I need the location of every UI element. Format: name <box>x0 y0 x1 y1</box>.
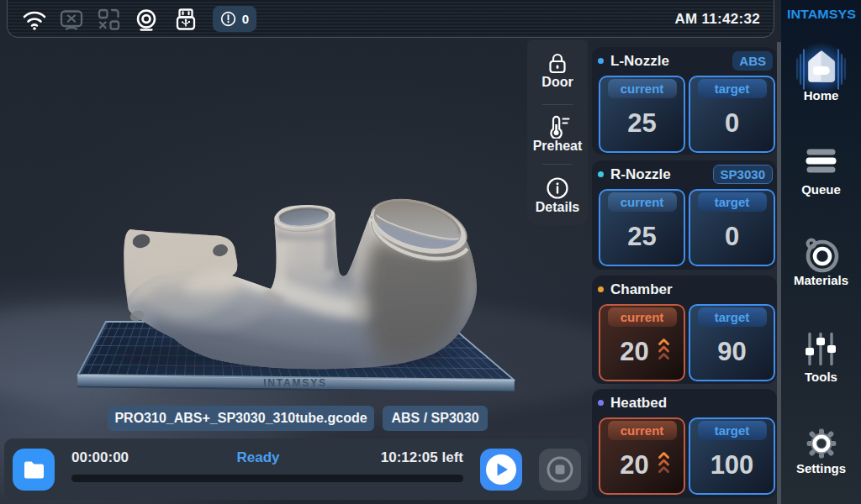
svg-text:INTAMSYS: INTAMSYS <box>263 377 327 389</box>
svg-text:INTAMSYS: INTAMSYS <box>787 8 856 22</box>
